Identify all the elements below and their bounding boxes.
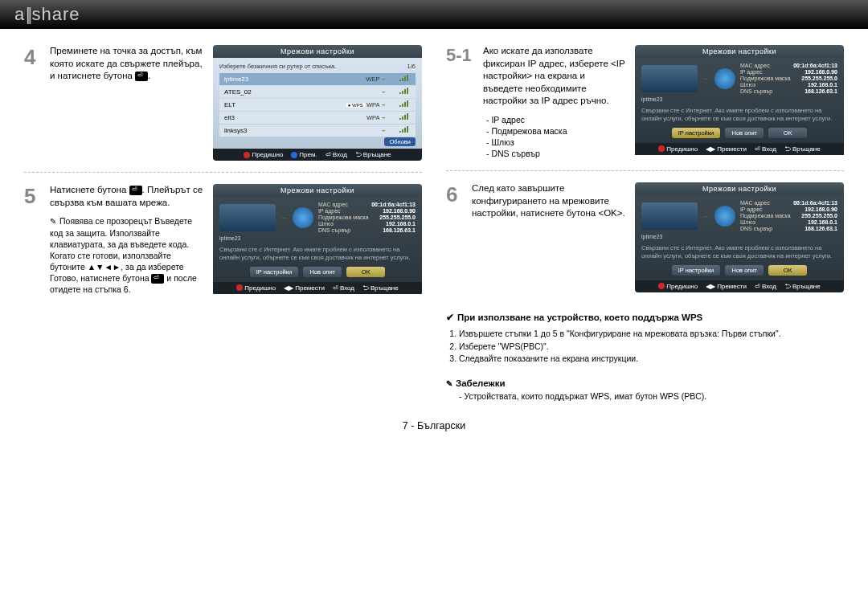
foot-b: Прем. (299, 151, 317, 158)
step-51-num: 5-1 (446, 45, 473, 159)
wps-item: Извършете стъпки 1 до 5 в "Конфигуриране… (459, 328, 844, 341)
refresh-button[interactable]: Обнови (384, 137, 416, 146)
connect-icon (382, 114, 398, 122)
router-sec: WPA (366, 114, 380, 121)
pencil-icon: ✎ (446, 379, 452, 388)
ss4-page: 1/6 (407, 63, 416, 70)
globe-icon (714, 206, 735, 227)
ss51-title: Мрежови настройки (635, 45, 844, 58)
step5-text1: Натиснете бутона (50, 185, 126, 194)
pencil-icon: ✎ (50, 216, 56, 227)
bullet: DNS сървър (486, 148, 625, 159)
link-dots-icon: ···· (702, 213, 710, 220)
ok-button[interactable]: OK (346, 267, 385, 277)
ss6-device-name: iptime23 (641, 234, 837, 239)
retry-button[interactable]: Нов опит (725, 128, 764, 138)
notes-title: ✎Забележки (446, 378, 844, 388)
screenshot-5: Мрежови настройки ···· MAC адрес00:1d:6a… (213, 184, 422, 296)
ss5-devrow: ···· MAC адрес00:1d:6a:4cf1:13 IP адрес1… (219, 202, 416, 234)
foot-c: Вход (333, 151, 347, 158)
separator (446, 170, 844, 171)
connect-icon (382, 88, 398, 96)
device-icon (641, 65, 698, 92)
separator (24, 172, 422, 173)
step-4: 4 Преминете на точка за достъп, към коят… (24, 45, 422, 161)
ss51-main: ···· MAC адрес00:1d:6a:4cf1:13 IP адрес1… (635, 58, 844, 143)
router-row[interactable]: ELT ● WPS WPA (219, 99, 416, 111)
router-row[interactable]: linksys3 (219, 125, 416, 137)
enter-icon (129, 186, 142, 195)
ip-settings-button[interactable]: IP настройки (250, 267, 299, 277)
screenshot-51: Мрежови настройки ···· MAC адрес00:1d:6a… (635, 45, 844, 159)
foot-d: Връщане (363, 151, 391, 158)
link-dots-icon: ···· (280, 215, 288, 222)
wps-section: ✔При използване на устройство, което под… (446, 312, 844, 366)
notes-section: ✎Забележки - Устройствата, които поддърж… (446, 378, 844, 401)
ss51-devrow: ···· MAC адрес00:1d:6a:4cf1:13 IP адрес1… (641, 63, 837, 95)
connect-icon (382, 76, 398, 84)
ss4-prompt: Изберете безжичния си рутер от списъка. … (219, 63, 416, 70)
ss6-title: Мрежови настройки (635, 182, 844, 195)
router-row[interactable]: elt3 WPA (219, 112, 416, 124)
ss4-title: Мрежови настройки (213, 45, 422, 58)
foot-a: Предишно (252, 151, 283, 158)
step-6: 6 След като завършите конфигурирането на… (446, 182, 844, 292)
router-row[interactable]: iptime23 WEP (219, 73, 416, 85)
router-name: linksys3 (224, 127, 247, 134)
ss4-footer: Предишно Прем. ⏎ Вход ⮌ Връщане (213, 149, 422, 161)
signal-icon (399, 126, 411, 133)
ss4-router-list: iptime23 WEP ATES_02 ELT ● WPS WPA (219, 73, 416, 137)
ss6-buttons: IP настройки Нов опит OK (641, 265, 837, 276)
enter-icon (151, 274, 164, 284)
wps-item: Изберете "WPS(PBC)". (459, 341, 844, 353)
ip-settings-button[interactable]: IP настройки (672, 128, 721, 138)
ss5-buttons: IP настройки Нов опит OK (219, 267, 416, 277)
red-dot-icon (658, 283, 665, 289)
step-51-text: Ако искате да използвате фиксиран IP адр… (483, 45, 625, 159)
signal-icon (399, 75, 411, 81)
router-name: iptime23 (224, 76, 248, 83)
screenshot-6: Мрежови настройки ···· MAC адрес00:1d:6a… (635, 182, 844, 292)
ip-settings-button[interactable]: IP настройки (672, 265, 721, 276)
wps-title: ✔При използване на устройство, което под… (446, 312, 844, 323)
step-4-text: Преминете на точка за достъп, към която … (50, 45, 203, 161)
content: 4 Преминете на точка за достъп, към коят… (0, 29, 868, 401)
screenshot-4: Мрежови настройки Изберете безжичния си … (213, 45, 422, 161)
wps-list: Извършете стъпки 1 до 5 в "Конфигуриране… (459, 328, 844, 366)
router-row[interactable]: ATES_02 (219, 86, 416, 98)
retry-button[interactable]: Нов опит (725, 265, 764, 276)
router-sec: WPA (366, 101, 380, 108)
step51-bullets: IP адрес Подмрежова маска Шлюз DNS сървъ… (483, 114, 625, 160)
ss5-device-name: iptime23 (219, 235, 416, 241)
step5-subnote: ✎Появява се прозорецът Въведете код за з… (50, 215, 203, 296)
ss6-devrow: ···· MAC адрес00:1d:6a:4cf1:13 IP адрес1… (641, 200, 837, 232)
step-5-num: 5 (24, 184, 40, 296)
step-5: 5 Натиснете бутона . Плейърът се свързва… (24, 184, 422, 296)
logo: a|||share (14, 4, 80, 25)
ss51-buttons: IP настройки Нов опит OK (641, 128, 837, 138)
notes-item: Устройствата, които поддържат WPS, имат … (464, 391, 706, 401)
ss4-prompt-text: Изберете безжичния си рутер от списъка. (219, 63, 336, 70)
ok-button[interactable]: OK (768, 265, 807, 276)
ss51-footer: Предишно ◀▶ Премести ⏎ Вход ⮌ Връщане (635, 143, 844, 155)
wps-badge: ● WPS (346, 103, 365, 108)
ss4-body: Изберете безжичния си рутер от списъка. … (213, 58, 422, 149)
router-name: elt3 (224, 114, 235, 121)
step-4-num: 4 (24, 45, 40, 161)
bullet: IP адрес (486, 114, 625, 125)
check-icon: ✔ (446, 312, 454, 323)
step-4-body: Преминете на точка за достъп, към която … (50, 46, 203, 80)
step-5-1: 5-1 Ако искате да използвате фиксиран IP… (446, 45, 844, 159)
connect-icon (382, 101, 398, 109)
ss51-note: Свързани сте с Интернет. Ако имате пробл… (641, 107, 837, 123)
bullet: Подмрежова маска (486, 125, 625, 137)
logo-bars: ||| (27, 4, 31, 25)
globe-icon (293, 207, 313, 228)
enter-icon (135, 72, 148, 81)
router-name: ELT (224, 101, 235, 108)
retry-button[interactable]: Нов опит (303, 267, 342, 277)
signal-icon (399, 100, 411, 107)
ok-button[interactable]: OK (768, 128, 807, 138)
ss5-title: Мрежови настройки (213, 184, 422, 197)
page-footer: 7 - Български (0, 420, 868, 431)
